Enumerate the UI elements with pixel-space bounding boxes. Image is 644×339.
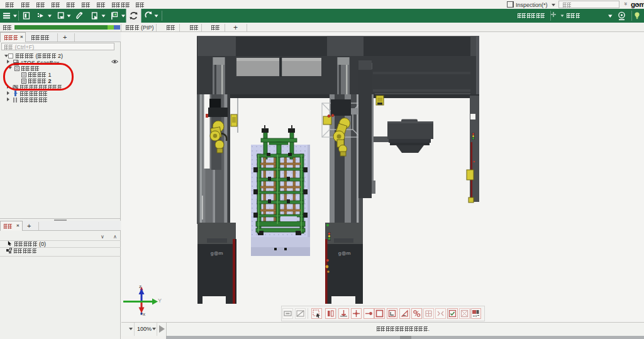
svg-text:x: x (143, 311, 145, 317)
svg-text:z: z (139, 284, 142, 289)
svg-text:Y: Y (158, 297, 162, 304)
